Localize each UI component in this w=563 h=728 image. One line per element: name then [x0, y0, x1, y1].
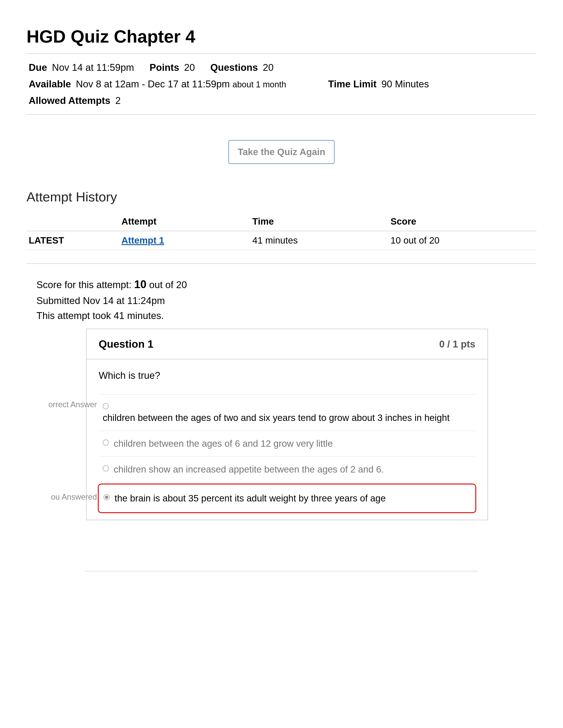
score-value: 10 — [134, 278, 147, 291]
score-line-prefix: Score for this attempt: — [36, 279, 134, 290]
attempt-history-heading: Attempt History — [26, 189, 537, 205]
attempt-history-table: Attempt Time Score LATEST Attempt 1 41 m… — [26, 212, 537, 250]
radio-icon — [103, 439, 109, 446]
question-text: Which is true? — [99, 370, 475, 381]
answer-text: the brain is about 35 percent its adult … — [115, 492, 471, 505]
you-answered-label: ou Answered — [39, 492, 97, 502]
answer-option: orrect Answer children between the ages … — [99, 394, 475, 431]
correct-answer-label: orrect Answer — [39, 400, 97, 409]
attempt-col-header: Attempt — [119, 212, 250, 231]
question-points: 0 / 1 pts — [439, 339, 475, 350]
latest-badge: LATEST — [26, 231, 119, 250]
due-value: Nov 14 at 11:59pm — [52, 62, 134, 73]
due-label: Due — [29, 62, 47, 73]
allowed-attempts-label: Allowed Attempts — [29, 95, 110, 106]
answer-option: children show an increased appetite betw… — [99, 456, 475, 482]
divider — [85, 571, 478, 571]
divider — [26, 263, 537, 264]
answer-text: children show an increased appetite betw… — [114, 463, 471, 476]
time-limit-label: Time Limit — [328, 79, 377, 89]
submitted-line: Submitted Nov 14 at 11:24pm — [36, 293, 537, 308]
duration-line: This attempt took 41 minutes. — [36, 308, 537, 323]
time-col-header: Time — [250, 212, 388, 231]
answer-text: children between the ages of 6 and 12 gr… — [114, 437, 471, 450]
points-label: Points — [149, 62, 179, 73]
time-limit-value: 90 Minutes — [382, 79, 429, 89]
points-value: 20 — [184, 62, 195, 73]
take-quiz-again-button[interactable]: Take the Quiz Again — [228, 140, 335, 164]
attempt-link[interactable]: Attempt 1 — [121, 235, 164, 246]
answer-option: children between the ages of 6 and 12 gr… — [99, 431, 475, 456]
available-note: about 1 month — [232, 80, 286, 89]
attempt-score: 10 out of 20 — [388, 231, 537, 250]
page-title: HGD Quiz Chapter 4 — [26, 26, 537, 47]
question-number: Question 1 — [99, 338, 153, 350]
answer-text: children between the ages of two and six… — [103, 411, 471, 424]
available-label: Available — [29, 79, 71, 89]
question-card: Question 1 0 / 1 pts Which is true? orre… — [86, 329, 488, 520]
radio-icon — [103, 403, 109, 409]
attempt-time: 41 minutes — [250, 231, 388, 250]
questions-value: 20 — [263, 62, 273, 73]
allowed-attempts-value: 2 — [115, 95, 120, 106]
available-value: Nov 8 at 12am - Dec 17 at 11:59pm — [76, 79, 230, 89]
radio-icon — [103, 465, 109, 471]
table-row: LATEST Attempt 1 41 minutes 10 out of 20 — [26, 231, 537, 250]
questions-label: Questions — [210, 62, 258, 73]
score-col-header: Score — [388, 212, 537, 231]
quiz-meta: Due Nov 14 at 11:59pm Points 20 Question… — [26, 54, 537, 114]
score-line-suffix: out of 20 — [146, 279, 187, 290]
radio-selected-icon — [103, 494, 110, 500]
answer-option-selected: ou Answered the brain is about 35 percen… — [98, 484, 476, 513]
score-summary: Score for this attempt: 10 out of 20 Sub… — [26, 276, 537, 323]
